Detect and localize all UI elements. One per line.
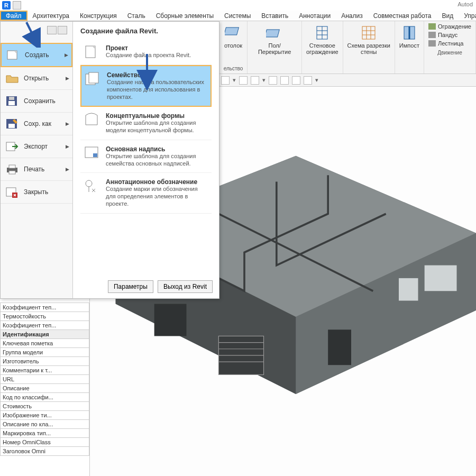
vc-icon[interactable] — [269, 76, 277, 85]
tab-struct[interactable]: Конструкция — [75, 11, 122, 21]
tab-file[interactable]: Файл — [0, 11, 28, 21]
qat-icon[interactable] — [13, 1, 21, 10]
property-row[interactable]: Номер OmniClass — [0, 438, 89, 447]
tab-systems[interactable]: Системы — [219, 11, 256, 21]
ribbon-curtainwall[interactable]: Стеновое ограждение — [302, 21, 343, 74]
menu-item-4[interactable]: Экспорт▶ — [1, 135, 72, 158]
ribbon-floor[interactable]: Пол/Перекрытие — [248, 21, 302, 74]
svg-rect-42 — [89, 72, 98, 83]
tab-manage[interactable]: Управлен — [459, 11, 476, 21]
option-desc: Открытие шаблона для создания семейства … — [106, 153, 208, 168]
menu-item-6[interactable]: Закрыть — [1, 181, 72, 204]
svg-rect-17 — [425, 266, 457, 291]
option-icon — [84, 145, 99, 160]
menu-icon — [5, 163, 20, 175]
property-row[interactable]: Изготовитель — [0, 357, 89, 366]
menu-item-3[interactable]: Сохр. как▶ — [1, 113, 72, 135]
tab-precast[interactable]: Сборные элементы — [151, 11, 219, 21]
submenu-arrow-icon: ▶ — [65, 52, 68, 58]
property-row[interactable]: Коэффициент теп... — [0, 321, 89, 330]
tab-arch[interactable]: Архитектура — [28, 11, 75, 21]
tab-insert[interactable]: Вставить — [256, 11, 294, 21]
svg-rect-35 — [9, 165, 15, 168]
menu-icon — [5, 72, 20, 84]
grid-icon — [360, 24, 377, 41]
option-title: Проект — [106, 44, 191, 52]
create-option-4[interactable]: Аннотационное обозначениеСоздание марки … — [80, 173, 212, 213]
property-row[interactable]: Группа модели — [0, 348, 89, 357]
create-option-0[interactable]: ПроектСоздание файла проекта Revit. — [80, 39, 212, 65]
menu-icon — [5, 95, 20, 107]
exit-button[interactable]: Выход из Revit — [158, 280, 213, 293]
vc-icon[interactable] — [251, 76, 259, 85]
menu-label: Экспорт — [24, 143, 48, 150]
vc-icon[interactable] — [280, 76, 289, 85]
ribbon-mullion[interactable]: Импост — [395, 21, 424, 74]
option-desc: Создание марки или обозначения для опред… — [106, 186, 208, 207]
tab-view[interactable]: Вид — [436, 11, 459, 21]
ribbon-ramp[interactable]: Пандус — [428, 32, 471, 38]
option-icon — [85, 71, 100, 86]
option-icon — [84, 112, 99, 127]
svg-rect-30 — [9, 97, 14, 100]
menu-item-0[interactable]: Создать▶ — [1, 43, 72, 67]
menu-item-5[interactable]: Печать▶ — [1, 158, 72, 181]
app-menu-title: Создание файла Revit. — [80, 27, 212, 35]
svg-rect-6 — [362, 26, 375, 39]
main-tabs: Файл Архитектура Конструкция Сталь Сборн… — [0, 11, 476, 21]
property-row[interactable]: Стоимость — [0, 402, 89, 411]
tab-annot[interactable]: Аннотации — [294, 11, 336, 21]
mullion-icon — [401, 24, 418, 41]
submenu-arrow-icon: ▶ — [66, 76, 69, 81]
vc-icon[interactable] — [304, 76, 312, 85]
menu-item-2[interactable]: Сохранить — [1, 90, 72, 113]
property-row[interactable]: Термостойкость — [0, 312, 89, 321]
application-menu: Создать▶Открыть▶СохранитьСохр. как▶Экспо… — [0, 21, 219, 299]
ribbon-ceiling[interactable]: отолок ельство — [219, 21, 248, 74]
ribbon-lbl: Пол/Перекрытие — [252, 42, 297, 55]
svg-rect-29 — [8, 101, 15, 105]
ribbon-lbl: Импост — [399, 42, 419, 49]
tab-collab[interactable]: Совместная работа — [368, 11, 437, 21]
qat1[interactable] — [47, 26, 57, 34]
titlebar: R Autod — [0, 0, 476, 11]
create-option-2[interactable]: Концептуальные формыОткрытие шаблона для… — [80, 107, 212, 140]
create-option-3[interactable]: Основная надписьОткрытие шаблона для соз… — [80, 140, 212, 173]
property-row[interactable]: Комментарии к т... — [0, 366, 89, 375]
ribbon-lbl: Схема разрезки стены — [347, 42, 390, 55]
property-row[interactable]: Изображение ти... — [0, 411, 89, 420]
create-option-1[interactable]: СемействоСоздание набора пользовательски… — [80, 65, 212, 107]
svg-point-45 — [86, 180, 92, 187]
property-row[interactable]: Идентификация — [0, 330, 89, 339]
option-title: Основная надпись — [106, 145, 208, 153]
property-row[interactable]: Описание — [0, 384, 89, 393]
ceiling-icon — [225, 24, 242, 41]
property-row[interactable]: Описание по кла... — [0, 420, 89, 429]
property-row[interactable]: Коэффициент теп... — [0, 303, 89, 312]
tab-analyze[interactable]: Анализ — [336, 11, 368, 21]
ribbon-grid[interactable]: Схема разрезки стены — [343, 21, 395, 74]
svg-rect-18 — [399, 278, 418, 301]
property-row[interactable]: Заголовок Omni — [0, 447, 89, 456]
vc-icon[interactable] — [239, 76, 248, 85]
menu-label: Сохранить — [24, 97, 56, 105]
ribbon-railing[interactable]: Ограждение — [428, 23, 471, 30]
property-row[interactable]: Маркировка тип... — [0, 429, 89, 438]
menu-label: Сохр. как — [24, 120, 51, 127]
ribbon-lbl: отолок — [224, 42, 242, 49]
option-desc: Открытие шаблона для создания модели кон… — [106, 120, 208, 134]
options-button[interactable]: Параметры — [108, 280, 153, 293]
svg-rect-0 — [225, 28, 239, 35]
vc-icon[interactable] — [221, 76, 230, 85]
tab-steel[interactable]: Сталь — [122, 11, 151, 21]
menu-item-1[interactable]: Открыть▶ — [1, 67, 72, 90]
qat2[interactable] — [58, 26, 67, 34]
option-desc: Создание файла проекта Revit. — [106, 52, 191, 59]
vc-icon[interactable] — [292, 76, 300, 85]
menu-icon — [5, 141, 20, 152]
ribbon-stair[interactable]: Лестница — [428, 40, 471, 47]
property-row[interactable]: URL — [0, 375, 89, 384]
property-row[interactable]: Код по классифи... — [0, 393, 89, 402]
ribbon-lbl: Стеновое ограждение — [306, 42, 338, 55]
property-row[interactable]: Ключевая пометка — [0, 339, 89, 348]
